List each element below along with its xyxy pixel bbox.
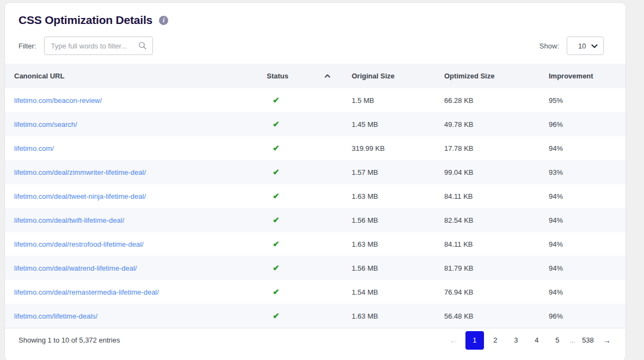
filter-input[interactable] xyxy=(44,36,153,55)
table-row: lifetimo.com/lifetime-deals/ ✔ 1.63 MB 5… xyxy=(5,304,625,328)
table-row: lifetimo.com/ ✔ 319.99 KB 17.78 KB 94% xyxy=(5,136,625,160)
table-row: lifetimo.com/deal/remastermedia-lifetime… xyxy=(5,280,625,304)
canonical-url-link[interactable]: lifetimo.com/deal/remastermedia-lifetime… xyxy=(14,288,267,296)
improvement: 94% xyxy=(549,216,616,224)
improvement: 95% xyxy=(549,96,616,105)
status-check-icon: ✔ xyxy=(273,263,352,273)
entries-summary: Showing 1 to 10 of 5,372 entries xyxy=(19,336,120,344)
improvement: 96% xyxy=(549,120,616,129)
column-header-status-label: Status xyxy=(267,72,289,80)
original-size: 1.45 MB xyxy=(352,120,444,129)
table-header-row: Canonical URL Status Original Size Optim… xyxy=(5,64,625,88)
next-page-arrow[interactable]: → xyxy=(597,335,616,345)
improvement: 94% xyxy=(549,240,616,248)
table-row: lifetimo.com/deal/tweet-ninja-lifetime-d… xyxy=(5,184,625,208)
optimized-size: 17.78 KB xyxy=(444,144,549,152)
optimized-size: 66.28 KB xyxy=(444,96,549,105)
optimized-size: 56.48 KB xyxy=(444,312,549,320)
original-size: 1.63 MB xyxy=(352,312,444,320)
column-header-optimized-size[interactable]: Optimized Size xyxy=(444,72,549,80)
table-row: lifetimo.com/beacon-review/ ✔ 1.5 MB 66.… xyxy=(5,88,625,112)
show-label: Show: xyxy=(539,42,559,50)
original-size: 319.99 KB xyxy=(352,144,444,152)
column-header-canonical-url[interactable]: Canonical URL xyxy=(14,72,267,80)
status-check-icon: ✔ xyxy=(273,95,352,105)
column-header-status[interactable]: Status xyxy=(267,72,352,80)
status-check-icon: ✔ xyxy=(273,287,352,297)
original-size: 1.54 MB xyxy=(352,288,444,296)
original-size: 1.56 MB xyxy=(352,216,444,224)
status-check-icon: ✔ xyxy=(273,191,352,201)
canonical-url-link[interactable]: lifetimo.com/deal/zimmwriter-lifetime-de… xyxy=(14,168,267,176)
canonical-url-link[interactable]: lifetimo.com/deal/twift-lifetime-deal/ xyxy=(14,216,267,224)
show-per-page-value: 10 xyxy=(578,42,586,50)
original-size: 1.56 MB xyxy=(352,264,444,272)
page-button-5[interactable]: 5 xyxy=(548,331,567,350)
canonical-url-link[interactable]: lifetimo.com/ xyxy=(14,144,267,152)
canonical-url-link[interactable]: lifetimo.com/deal/restrofood-lifetime-de… xyxy=(14,240,267,248)
original-size: 1.63 MB xyxy=(352,240,444,248)
optimized-size: 82.54 KB xyxy=(444,216,549,224)
table-footer: Showing 1 to 10 of 5,372 entries ← 1 2 3… xyxy=(5,328,625,352)
canonical-url-link[interactable]: lifetimo.com/beacon-review/ xyxy=(14,96,267,105)
optimized-size: 81.79 KB xyxy=(444,264,549,272)
optimized-size: 84.11 KB xyxy=(444,192,549,200)
pagination-ellipsis: ... xyxy=(570,337,575,344)
page-button-last[interactable]: 538 xyxy=(579,331,597,350)
canonical-url-link[interactable]: lifetimo.com/deal/watrend-lifetime-deal/ xyxy=(14,264,267,272)
original-size: 1.57 MB xyxy=(352,168,444,176)
card-header: CSS Optimization Details i xyxy=(5,3,625,30)
filter-bar: Filter: Show: 10 xyxy=(5,30,625,64)
table-row: lifetimo.com/deal/twift-lifetime-deal/ ✔… xyxy=(5,208,625,232)
chevron-down-icon xyxy=(591,42,598,50)
show-wrap: Show: 10 xyxy=(539,36,604,55)
pagination: ← 1 2 3 4 5 ... 538 → xyxy=(444,331,616,350)
filter-box xyxy=(44,36,153,55)
status-check-icon: ✔ xyxy=(273,239,352,249)
optimized-size: 99.04 KB xyxy=(444,168,549,176)
status-check-icon: ✔ xyxy=(273,119,352,129)
status-check-icon: ✔ xyxy=(273,167,352,177)
optimized-size: 84.11 KB xyxy=(444,240,549,248)
info-icon[interactable]: i xyxy=(159,16,168,25)
canonical-url-link[interactable]: lifetimo.com/lifetime-deals/ xyxy=(14,312,267,320)
improvement: 94% xyxy=(549,144,616,152)
status-check-icon: ✔ xyxy=(273,143,352,153)
table-row: lifetimo.com/deal/zimmwriter-lifetime-de… xyxy=(5,160,625,184)
canonical-url-link[interactable]: lifetimo.com/search/ xyxy=(14,120,267,129)
sort-asc-icon xyxy=(324,74,330,78)
original-size: 1.63 MB xyxy=(352,192,444,200)
page-button-4[interactable]: 4 xyxy=(528,331,546,350)
original-size: 1.5 MB xyxy=(352,96,444,105)
improvement: 96% xyxy=(549,312,616,320)
canonical-url-link[interactable]: lifetimo.com/deal/tweet-ninja-lifetime-d… xyxy=(14,192,267,200)
column-header-improvement[interactable]: Improvement xyxy=(549,72,616,80)
optimized-size: 76.94 KB xyxy=(444,288,549,296)
improvement: 94% xyxy=(549,264,616,272)
status-check-icon: ✔ xyxy=(273,215,352,225)
improvement: 94% xyxy=(549,192,616,200)
css-optimization-card: CSS Optimization Details i Filter: Show:… xyxy=(4,2,626,360)
optimized-size: 49.78 KB xyxy=(444,120,549,129)
page-button-1[interactable]: 1 xyxy=(465,331,484,350)
page-button-2[interactable]: 2 xyxy=(486,331,505,350)
page-button-3[interactable]: 3 xyxy=(507,331,525,350)
table-row: lifetimo.com/deal/restrofood-lifetime-de… xyxy=(5,232,625,256)
column-header-original-size[interactable]: Original Size xyxy=(352,72,444,80)
improvement: 94% xyxy=(549,288,616,296)
improvement: 93% xyxy=(549,168,616,176)
filter-label: Filter: xyxy=(19,42,36,50)
page-title: CSS Optimization Details xyxy=(19,14,152,27)
status-check-icon: ✔ xyxy=(273,311,352,321)
table-row: lifetimo.com/search/ ✔ 1.45 MB 49.78 KB … xyxy=(5,112,625,136)
table-row: lifetimo.com/deal/watrend-lifetime-deal/… xyxy=(5,256,625,280)
prev-page-arrow[interactable]: ← xyxy=(444,335,463,345)
show-per-page-select[interactable]: 10 xyxy=(567,36,604,55)
